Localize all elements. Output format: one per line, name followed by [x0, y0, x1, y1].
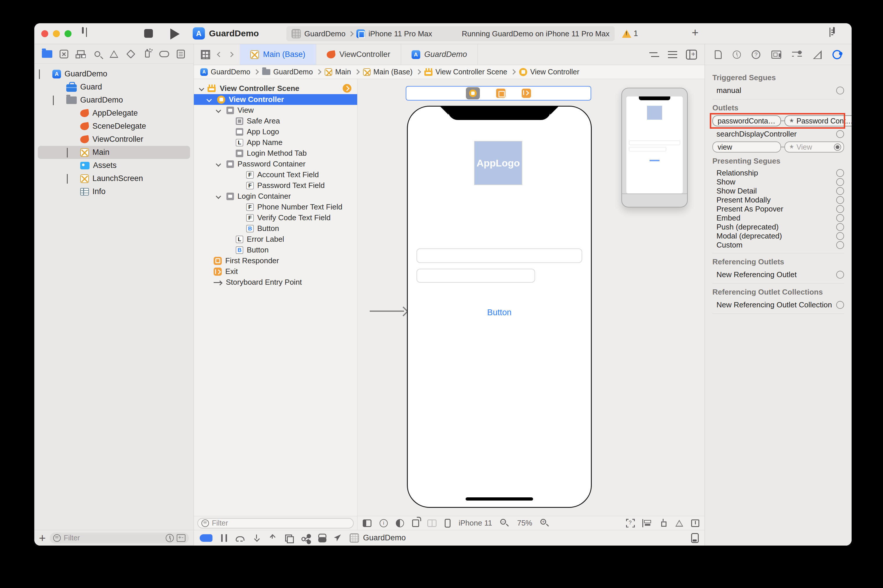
- identity-inspector-icon[interactable]: [771, 51, 781, 58]
- toggle-inspector-icon[interactable]: [833, 27, 835, 34]
- test-navigator-icon[interactable]: [126, 49, 136, 59]
- file-row-guard[interactable]: Guard: [34, 81, 194, 93]
- outline-filter-field[interactable]: Filter: [197, 518, 354, 528]
- file-row-scenedelegate[interactable]: SceneDelegate: [34, 120, 194, 133]
- storyboard-entry-point-arrow[interactable]: [370, 306, 407, 316]
- segue-show-detail[interactable]: Show Detail: [712, 186, 844, 195]
- breadcrumb[interactable]: GuardDemo: [200, 68, 250, 76]
- exit-icon[interactable]: [522, 88, 531, 98]
- file-inspector-icon[interactable]: [715, 50, 722, 59]
- pause-icon[interactable]: [221, 534, 227, 542]
- outline-row-button-login[interactable]: Button: [194, 223, 357, 234]
- file-row-guarddemo-group[interactable]: GuardDemo: [34, 93, 194, 106]
- connection-well[interactable]: [836, 214, 844, 222]
- connection-well[interactable]: [836, 241, 844, 249]
- history-inspector-icon[interactable]: [733, 51, 741, 58]
- segue-relationship[interactable]: Relationship: [712, 168, 844, 177]
- tab-overview-icon[interactable]: [201, 50, 210, 59]
- scm-status-filter-icon[interactable]: [177, 534, 185, 542]
- view-hierarchy-icon[interactable]: [285, 534, 293, 542]
- new-tab-button[interactable]: +: [692, 27, 698, 38]
- outlet-password-container[interactable]: passwordContainer Password Cont…: [712, 116, 844, 126]
- outline-row-password-container[interactable]: Password Container: [194, 159, 357, 170]
- appearance-toggle-icon[interactable]: [396, 519, 404, 527]
- project-navigator-icon[interactable]: [42, 49, 52, 59]
- outline-row-login-method-tab[interactable]: Login Method Tab: [194, 148, 357, 159]
- report-navigator-icon[interactable]: [176, 49, 186, 59]
- file-row-viewcontroller[interactable]: ViewController: [34, 133, 194, 146]
- breadcrumb[interactable]: Main: [325, 68, 351, 76]
- segue-present-as-popover[interactable]: Present As Popover: [712, 204, 844, 213]
- device-name[interactable]: iPhone 11: [459, 519, 492, 528]
- first-responder-icon[interactable]: [496, 88, 505, 98]
- outline-row-safe-area[interactable]: Safe Area: [194, 116, 357, 126]
- tab-guarddemo[interactable]: GuardDemo: [401, 44, 478, 65]
- back-icon[interactable]: [217, 52, 222, 57]
- attributes-inspector-icon[interactable]: [792, 51, 802, 58]
- file-row-assets[interactable]: Assets: [34, 159, 194, 172]
- memory-graph-icon[interactable]: [302, 534, 309, 542]
- debug-navigator-icon[interactable]: [142, 49, 153, 59]
- disclosure-open-icon[interactable]: [199, 86, 204, 91]
- simulator-window-icon[interactable]: [691, 533, 699, 543]
- step-into-icon[interactable]: [253, 534, 260, 542]
- outline-row-view-controller[interactable]: View Controller: [194, 94, 357, 105]
- outlet-destination[interactable]: Password Cont…: [784, 116, 851, 126]
- outline-row-verify-code-text-field[interactable]: Verify Code Text Field: [194, 212, 357, 223]
- zoom-window-button[interactable]: [65, 30, 72, 37]
- file-row-appdelegate[interactable]: AppDelegate: [34, 106, 194, 120]
- disclosure-open-icon[interactable]: [39, 69, 40, 79]
- step-over-icon[interactable]: [236, 534, 245, 542]
- segue-embed[interactable]: Embed: [712, 213, 844, 222]
- connection-well[interactable]: [836, 187, 844, 195]
- update-frames-icon[interactable]: [691, 519, 699, 527]
- app-logo-image-view[interactable]: AppLogo: [474, 141, 522, 185]
- accessibility-preview-icon[interactable]: i: [380, 519, 388, 527]
- breadcrumb[interactable]: View Controller Scene: [424, 68, 507, 76]
- minimize-window-button[interactable]: [53, 30, 60, 37]
- editor-options-icon[interactable]: [668, 51, 677, 58]
- disclosure-open-icon[interactable]: [53, 96, 54, 105]
- outline-row-first-responder[interactable]: First Responder: [194, 255, 357, 266]
- find-navigator-icon[interactable]: [92, 49, 103, 59]
- close-window-button[interactable]: [41, 30, 48, 37]
- scene-goto-icon[interactable]: [343, 84, 351, 93]
- breadcrumb[interactable]: View Controller: [519, 68, 579, 76]
- outline-row-account-text-field[interactable]: Account Text Field: [194, 170, 357, 180]
- connection-well[interactable]: [836, 271, 844, 279]
- file-row-main-selected[interactable]: Main: [38, 146, 190, 159]
- add-file-button[interactable]: +: [39, 532, 46, 544]
- scene-header-row[interactable]: View Controller Scene: [194, 82, 357, 94]
- toggle-outline-icon[interactable]: [363, 519, 371, 527]
- toggle-navigator-icon[interactable]: [82, 27, 84, 34]
- outline-row-app-logo[interactable]: App Logo: [194, 126, 357, 137]
- disclosure-open-icon[interactable]: [216, 161, 221, 166]
- outlet-search-display-controller[interactable]: searchDisplayController: [712, 129, 844, 139]
- outline-row-login-container[interactable]: Login Container: [194, 191, 357, 202]
- breadcrumb[interactable]: Main (Base): [363, 68, 413, 76]
- tab-viewcontroller[interactable]: ViewController: [316, 44, 401, 65]
- outlet-view[interactable]: view View: [712, 141, 844, 153]
- simulate-location-icon[interactable]: [334, 534, 341, 542]
- recent-files-icon[interactable]: [166, 534, 174, 542]
- view-controller-canvas[interactable]: AppLogo Button: [407, 106, 592, 508]
- view-controller-icon[interactable]: [466, 87, 480, 99]
- disclosure-open-icon[interactable]: [216, 108, 221, 113]
- zoom-level[interactable]: 75%: [517, 519, 532, 528]
- orientation-icon[interactable]: [412, 519, 419, 527]
- connection-well[interactable]: [836, 301, 844, 309]
- swap-editor-icon[interactable]: [649, 52, 659, 57]
- zoom-in-icon[interactable]: +: [540, 519, 549, 528]
- adjust-attributes-icon[interactable]: [626, 519, 635, 528]
- outline-row-phone-number-text-field[interactable]: Phone Number Text Field: [194, 202, 357, 212]
- new-referencing-outlet-collection[interactable]: New Referencing Outlet Collection: [712, 300, 844, 310]
- segue-custom[interactable]: Custom: [712, 240, 844, 249]
- resolve-autolayout-icon[interactable]: [676, 520, 683, 526]
- connection-well[interactable]: [836, 87, 844, 94]
- triggered-segue-manual[interactable]: manual: [712, 85, 844, 96]
- outline-row-button[interactable]: Button: [194, 244, 357, 255]
- scheme-selector[interactable]: GuardDemo iPhone 11 Pro Max Running Guar…: [286, 26, 615, 41]
- zoom-out-icon[interactable]: –: [500, 519, 509, 528]
- breadcrumb[interactable]: GuardDemo: [262, 68, 313, 76]
- segue-show[interactable]: Show: [712, 177, 844, 186]
